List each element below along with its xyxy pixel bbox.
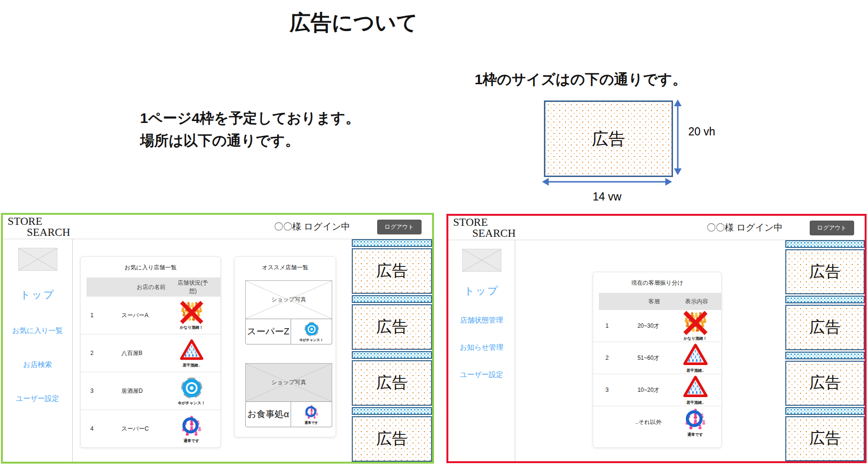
sidebar-item-store-search[interactable]: お店検索 (23, 360, 52, 369)
ad-label: 広告 (376, 260, 408, 282)
user-app-header: STORE SEARCH 〇〇様 ログイン中 ログアウト (3, 215, 432, 239)
ad-slot[interactable]: 広告 (352, 248, 432, 294)
status-caption: 若干混雑.. (686, 400, 704, 405)
logo-line2: SEARCH (27, 227, 70, 238)
ad-slot[interactable]: 広告 (352, 304, 432, 350)
ad-label: 広告 (809, 372, 841, 394)
shop-photo-label: ショップ写真 (271, 296, 306, 304)
status-icon (683, 311, 708, 335)
shop-info-row: スーパーZ 今がチャンス！ (245, 319, 332, 344)
status-icon (304, 321, 320, 337)
segment-row[interactable]: 2 51~60才 若干混雑.. (593, 342, 721, 374)
status-icon (304, 404, 320, 420)
owner-app-header: STORE SEARCH 〇〇様 ログイン中 ログアウト (448, 216, 865, 240)
ad-slot[interactable]: 広告 (785, 361, 865, 406)
logout-button[interactable]: ログアウト (377, 220, 422, 234)
ad-slot[interactable]: 広告 (352, 360, 432, 406)
ad-separator-strip (352, 239, 432, 247)
status-caption: 若干混雑.. (183, 363, 200, 368)
column-store-status: 店舗状況(予想) (175, 279, 220, 295)
store-name: スーパーC (121, 425, 169, 433)
segments-title: 現在の客層振り分け (593, 279, 721, 287)
shop-info-row: お食事処α 通常です (245, 401, 332, 427)
row-number: 2 (81, 350, 121, 356)
ad-separator-strip (785, 407, 865, 415)
sidebar-item-user-settings[interactable]: ユーザー設定 (460, 370, 503, 379)
status-icon (180, 376, 204, 400)
sidebar-item-top[interactable]: トップ (464, 284, 499, 298)
ad-label: 広告 (809, 317, 841, 338)
ad-slot[interactable]: 広告 (785, 249, 865, 294)
status-caption: 今がチャンス！ (178, 400, 205, 406)
status-icon (180, 300, 204, 324)
favorite-row[interactable]: 2 八百屋B 若干混雑.. (81, 334, 220, 372)
sidebar-item-favorites-list[interactable]: お気に入り一覧 (12, 326, 63, 335)
ad-slot[interactable]: 広告 (785, 416, 865, 461)
status-caption: 若干混雑.. (686, 368, 704, 373)
sidebar-item-top[interactable]: トップ (20, 288, 55, 301)
recommend-shop-card[interactable]: ショップ写真 お食事処α 通常です (245, 363, 332, 427)
favorite-row[interactable]: 4 スーパーC 通常です (81, 410, 220, 448)
favorites-title: お気に入り店舗一覧 (81, 264, 220, 272)
login-status: 〇〇様 ログイン中 (274, 221, 350, 233)
ad-slot[interactable]: 広告 (785, 305, 865, 350)
customer-segments-panel: 現在の客層振り分け 客層 表示内容 1 20~30才 かなり混雑！ 2 51~6… (593, 272, 722, 448)
ad-column: 広告 広告 広告 広告 (352, 239, 432, 462)
ad-separator-strip (352, 351, 432, 359)
ad-slot[interactable]: 広告 (352, 416, 432, 462)
shop-name: スーパーZ (245, 319, 291, 344)
row-number: 1 (593, 322, 621, 329)
favorites-panel: お気に入り店舗一覧 お店の名前 店舗状況(予想) 1 スーパーA かなり混雑！ … (80, 256, 221, 448)
recommend-panel: オススメ店舗一覧 ショップ写真 スーパーZ 今がチャンス！ ショップ写真 (234, 256, 336, 437)
store-search-logo[interactable]: STORE SEARCH (8, 216, 70, 238)
ad-separator-strip (785, 296, 865, 303)
recommend-shop-card[interactable]: ショップ写真 スーパーZ 今がチャンス！ (245, 280, 332, 344)
width-dimension-label: 14 vw (578, 190, 636, 203)
favorite-row[interactable]: 3 居酒屋D 今がチャンス！ (81, 372, 220, 410)
ad-label: 広告 (376, 428, 408, 450)
favorite-row[interactable]: 1 スーパーA かなり混雑！ (81, 297, 220, 334)
segment-row[interactable]: ..それ以外 通常です (593, 406, 721, 438)
status-icon (683, 375, 708, 399)
ad-sample-label: 広告 (592, 128, 625, 150)
height-arrow-icon (671, 100, 684, 175)
shop-status-cell: 通常です (291, 401, 332, 427)
login-status: 〇〇様 ログイン中 (707, 222, 783, 234)
logo-line1: STORE (8, 216, 70, 227)
segment-age: 20~30才 (621, 322, 676, 330)
width-arrow-icon (542, 175, 672, 189)
row-number: 2 (593, 355, 621, 361)
note-placement-line2: 場所は以下の通りです。 (140, 130, 360, 152)
column-segment: 客層 (627, 298, 682, 306)
segment-age: ..それ以外 (621, 418, 676, 426)
segment-row[interactable]: 1 20~30才 かなり混雑！ (593, 310, 721, 342)
shop-photo-label: ショップ写真 (271, 378, 306, 387)
ad-separator-strip (352, 295, 432, 303)
ad-label: 広告 (809, 428, 841, 449)
shop-photo-placeholder: ショップ写真 (245, 280, 332, 319)
column-store-name: お店の名前 (127, 283, 175, 291)
status-caption: かなり混雑！ (684, 336, 707, 341)
row-number: 1 (81, 312, 121, 319)
column-display-content: 表示内容 (682, 298, 721, 306)
ad-separator-strip (352, 407, 432, 415)
logo-line1: STORE (453, 217, 516, 228)
recommend-title: オススメ店舗一覧 (235, 264, 336, 272)
segment-age: 10~20才 (621, 386, 676, 394)
ad-label: 広告 (809, 261, 841, 283)
status-caption: 通常です (184, 438, 199, 444)
sidebar-item-store-status-management[interactable]: 店舗状態管理 (460, 316, 503, 325)
sidebar-item-notice-management[interactable]: お知らせ管理 (460, 343, 503, 352)
logout-button[interactable]: ログアウト (810, 221, 854, 235)
segment-age: 51~60才 (621, 354, 676, 362)
store-search-logo[interactable]: STORE SEARCH (453, 217, 516, 239)
logo-image-placeholder (462, 249, 501, 272)
sidebar-item-user-settings[interactable]: ユーザー設定 (16, 394, 59, 403)
row-number: 3 (593, 387, 621, 393)
segment-row[interactable]: 3 10~20才 若干混雑.. (593, 374, 721, 406)
shop-name: お食事処α (245, 401, 291, 427)
user-app-mockup: STORE SEARCH 〇〇様 ログイン中 ログアウト トップ お気に入り一覧… (1, 213, 434, 464)
status-icon (180, 338, 204, 362)
note-placement-line1: 1ページ4枠を予定しております。 (140, 107, 360, 130)
owner-app-mockup: STORE SEARCH 〇〇様 ログイン中 ログアウト トップ 店舗状態管理 … (446, 214, 867, 463)
